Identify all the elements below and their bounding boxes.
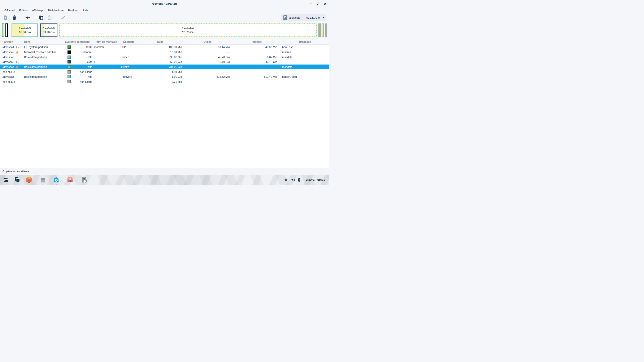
apply-operations-button[interactable] bbox=[59, 14, 66, 21]
filesystem-color-swatch bbox=[68, 75, 71, 78]
column-header-name: Nom bbox=[23, 39, 64, 44]
device-name: /dev/sda bbox=[289, 16, 300, 19]
apply-operations-icon bbox=[60, 16, 65, 19]
resize-move-button[interactable] bbox=[24, 14, 31, 21]
filesystem-color-swatch bbox=[68, 60, 71, 63]
filesystem-color-swatch bbox=[68, 70, 71, 73]
column-header-mountpoint: Point de montage bbox=[94, 39, 120, 44]
partition-table-header: Partition Nom Système de fichiers Point … bbox=[0, 39, 329, 45]
screen: { "window": { "title": "/dev/sda - GPart… bbox=[0, 0, 329, 185]
firefox-icon bbox=[25, 176, 32, 183]
zorin-menu-button[interactable] bbox=[2, 176, 10, 183]
window-title: /dev/sda - GParted bbox=[152, 2, 177, 5]
key-icon bbox=[16, 46, 19, 48]
zorin-menu-icon bbox=[2, 176, 9, 183]
column-header-flags: Drapeaux bbox=[281, 39, 329, 44]
segment-partition-name: /dev/sda6 bbox=[43, 26, 55, 30]
titlebar: /dev/sda - GParted bbox=[0, 0, 329, 7]
key-icon bbox=[16, 61, 19, 63]
close-button[interactable] bbox=[323, 1, 328, 6]
toolbar-separator bbox=[21, 15, 21, 20]
software-store-icon bbox=[53, 176, 60, 183]
clock-time[interactable]: 09:12 bbox=[318, 178, 325, 181]
table-row[interactable]: non alloué non alloué 8.71 Mio --- --- bbox=[0, 79, 329, 84]
close-icon bbox=[324, 2, 326, 5]
segment-partition-name: /dev/sda3 bbox=[19, 26, 31, 30]
filesystem-color-swatch bbox=[68, 65, 71, 68]
table-row[interactable]: /dev/sda4 Basic data partition ntfs Juli… bbox=[0, 64, 329, 69]
disk-segment-sda5[interactable] bbox=[322, 23, 324, 37]
paste-partition-icon bbox=[48, 15, 52, 20]
filesystem-color-swatch bbox=[68, 80, 71, 83]
toolbar-separator bbox=[34, 15, 34, 20]
system-tray: 3 janv. 09:12 bbox=[284, 175, 325, 185]
column-header-size: Taille bbox=[137, 39, 183, 44]
resize-move-icon bbox=[25, 16, 30, 19]
disk-segment-unallocated[interactable] bbox=[318, 23, 321, 37]
statusbar: 0 opération en attente bbox=[0, 168, 329, 175]
disk-segment-sda3[interactable]: /dev/sda3 95.86 Gio bbox=[12, 23, 38, 37]
used-space-fill bbox=[322, 24, 323, 36]
menu-aide[interactable]: Aide bbox=[80, 8, 90, 13]
toolbar-separator bbox=[56, 15, 56, 20]
new-partition-button[interactable] bbox=[2, 14, 9, 21]
new-partition-icon bbox=[3, 15, 8, 20]
toolbar: /dev/sda (931.51 Gio ▼ bbox=[0, 13, 329, 22]
gparted-taskbar-button[interactable] bbox=[80, 176, 88, 183]
segment-partition-size: 95.86 Gio bbox=[19, 30, 31, 34]
gparted-window: /dev/sda - GParted GParted Édition Affic… bbox=[0, 0, 329, 175]
pending-operations-text: 0 opération en attente bbox=[2, 170, 29, 173]
menu-peripherique[interactable]: Périphérique bbox=[46, 8, 66, 13]
photos-button[interactable] bbox=[66, 176, 74, 183]
clock-date[interactable]: 3 janv. bbox=[306, 178, 315, 181]
software-store-button[interactable] bbox=[52, 176, 60, 183]
table-row[interactable]: /dev/sda2 Microsoft reserved partition i… bbox=[0, 50, 329, 55]
column-header-unused: Inutilisé bbox=[232, 39, 281, 44]
device-size: (931.51 Gio bbox=[306, 16, 320, 19]
column-header-filesystem: Système de fichiers bbox=[64, 39, 94, 44]
disk-segment-sda6[interactable]: /dev/sda6 53.28 Gio bbox=[40, 23, 58, 37]
segment-partition-size: 53.28 Gio bbox=[43, 30, 55, 34]
minimize-icon bbox=[310, 2, 312, 5]
paste-partition-button[interactable] bbox=[46, 14, 53, 21]
copy-partition-button[interactable] bbox=[37, 14, 44, 21]
volume-icon[interactable] bbox=[291, 178, 295, 182]
wifi-icon[interactable] bbox=[284, 178, 288, 182]
menu-edition[interactable]: Édition bbox=[17, 8, 30, 13]
window-switcher-button[interactable] bbox=[13, 176, 22, 183]
battery-charging-icon[interactable] bbox=[298, 178, 301, 182]
warning-icon bbox=[16, 51, 19, 54]
segment-partition-name: /dev/sda4 bbox=[182, 26, 194, 30]
table-row[interactable]: /dev/sda5 Basic data partition ntfs Reco… bbox=[0, 74, 329, 79]
table-row[interactable]: non alloué non alloué 1.00 Mio --- --- bbox=[0, 69, 329, 74]
filesystem-color-swatch bbox=[68, 50, 71, 54]
disk-segment-sda2[interactable] bbox=[6, 23, 8, 37]
taskbar: 3 janv. 09:12 bbox=[0, 175, 329, 185]
menubar: GParted Édition Affichage Périphérique P… bbox=[0, 7, 329, 13]
column-header-partition: Partition bbox=[0, 39, 23, 44]
files-button[interactable] bbox=[38, 176, 47, 183]
window-switcher-icon bbox=[14, 176, 20, 183]
menu-affichage[interactable]: Affichage bbox=[30, 8, 46, 13]
hard-disk-icon bbox=[283, 15, 288, 20]
warning-icon bbox=[16, 65, 19, 68]
device-selector[interactable]: /dev/sda (931.51 Gio ▼ bbox=[281, 14, 326, 21]
table-row[interactable]: /dev/sda1 EFI system partition fat32 /bo… bbox=[0, 45, 329, 50]
files-icon bbox=[40, 176, 46, 183]
gparted-icon bbox=[81, 176, 88, 183]
table-row[interactable]: /dev/sda6 ext4 / 53.28 Gio 10.10 Gio 43.… bbox=[0, 59, 329, 64]
delete-partition-button[interactable] bbox=[11, 14, 18, 21]
restore-button[interactable] bbox=[316, 1, 320, 6]
filesystem-color-swatch bbox=[68, 45, 71, 49]
restore-icon bbox=[316, 2, 320, 5]
running-indicator-dot bbox=[56, 185, 57, 185]
disk-segment-sda1[interactable] bbox=[2, 23, 4, 37]
disk-visual-bar: /dev/sda3 95.86 Gio /dev/sda6 53.28 Gio … bbox=[0, 22, 329, 39]
firefox-button[interactable] bbox=[25, 176, 33, 183]
minimize-button[interactable] bbox=[308, 1, 313, 6]
table-row[interactable]: /dev/sda3 Basic data partition ntfs Romé… bbox=[0, 54, 329, 59]
disk-segment-sda4-selected[interactable]: /dev/sda4 781.25 Gio bbox=[59, 23, 317, 37]
menu-gparted[interactable]: GParted bbox=[2, 8, 17, 13]
menu-partition[interactable]: Partition bbox=[66, 8, 80, 13]
disk-segment-unallocated[interactable] bbox=[325, 23, 327, 37]
